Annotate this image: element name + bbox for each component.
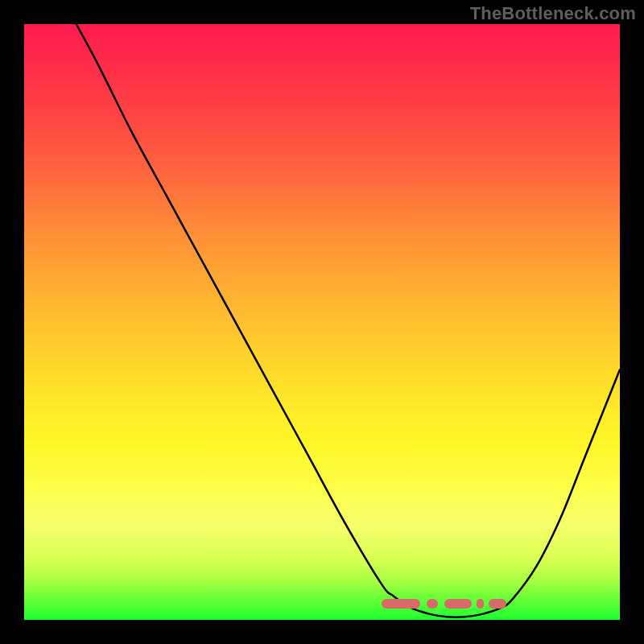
marker-seg-3 [444, 599, 472, 609]
curve-path [24, 24, 620, 617]
marker-seg-4 [477, 599, 484, 609]
optimal-range-marker [382, 599, 506, 609]
marker-seg-5 [489, 599, 506, 609]
watermark-text: TheBottleneck.com [470, 3, 636, 24]
marker-seg-2 [427, 599, 438, 609]
chart-frame: TheBottleneck.com [0, 0, 644, 644]
marker-seg-1 [382, 599, 420, 609]
plot-area [24, 24, 620, 620]
bottleneck-curve [24, 24, 620, 620]
